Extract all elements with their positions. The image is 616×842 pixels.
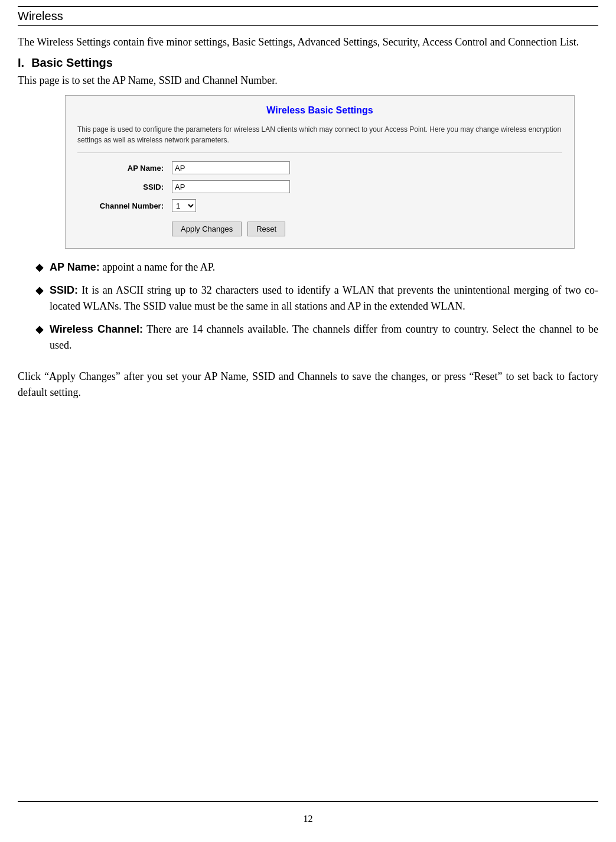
subheading-paragraph: This page is to set the AP Name, SSID an… — [18, 74, 598, 87]
section-title: Basic Settings — [31, 56, 113, 69]
bullet-item-channel: ◆ Wireless Channel: There are 14 channel… — [35, 321, 598, 353]
bullet-term-channel: Wireless Channel: — [50, 323, 143, 335]
form-buttons: Apply Changes Reset — [172, 222, 562, 236]
bullet-text-channel: Wireless Channel: There are 14 channels … — [50, 321, 598, 353]
bullet-diamond-1: ◆ — [35, 261, 44, 274]
bullet-list: ◆ AP Name: appoint a name for the AP. ◆ … — [35, 259, 598, 360]
intro-paragraph: The Wireless Settings contain five minor… — [18, 34, 598, 50]
ssid-row: SSID: — [77, 180, 562, 193]
page-footer: 12 — [18, 801, 598, 824]
settings-panel-title: Wireless Basic Settings — [77, 105, 562, 116]
page-header: Wireless — [18, 6, 598, 26]
channel-label: Channel Number: — [77, 201, 172, 210]
settings-description: This page is used to configure the param… — [77, 124, 562, 153]
bullet-diamond-3: ◆ — [35, 323, 44, 336]
bullet-term-apname: AP Name: — [50, 261, 100, 273]
page-title: Wireless — [18, 9, 63, 22]
channel-select[interactable]: 1 2 3 4 5 6 7 8 9 10 11 12 13 14 — [172, 199, 196, 212]
bullet-text-apname: AP Name: appoint a name for the AP. — [50, 259, 598, 275]
closing-paragraph: Click “Apply Changes” after you set your… — [18, 369, 598, 401]
page-container: Wireless The Wireless Settings contain f… — [0, 0, 616, 842]
settings-form: AP Name: SSID: Channel Number: 1 2 3 4 5… — [77, 161, 562, 236]
reset-button[interactable]: Reset — [247, 222, 285, 236]
channel-row: Channel Number: 1 2 3 4 5 6 7 8 9 10 11 … — [77, 199, 562, 212]
ssid-input[interactable] — [172, 180, 290, 193]
ap-name-row: AP Name: — [77, 161, 562, 174]
section-numeral: I. — [18, 56, 24, 69]
page-number: 12 — [304, 814, 313, 824]
ap-name-label: AP Name: — [77, 164, 172, 173]
bullet-text-ssid: SSID: It is an ASCII string up to 32 cha… — [50, 282, 598, 314]
bullet-term-ssid: SSID: — [50, 284, 78, 296]
ssid-label: SSID: — [77, 183, 172, 191]
section-heading: I.Basic Settings — [18, 56, 598, 70]
apply-changes-button[interactable]: Apply Changes — [172, 222, 242, 236]
bullet-item-apname: ◆ AP Name: appoint a name for the AP. — [35, 259, 598, 275]
bullet-item-ssid: ◆ SSID: It is an ASCII string up to 32 c… — [35, 282, 598, 314]
ap-name-input[interactable] — [172, 161, 290, 174]
bullet-diamond-2: ◆ — [35, 284, 44, 297]
settings-panel: Wireless Basic Settings This page is use… — [65, 95, 575, 249]
